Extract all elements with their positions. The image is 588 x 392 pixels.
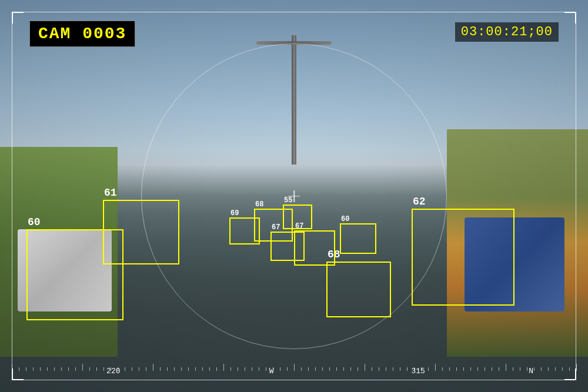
crosshair — [288, 190, 300, 202]
camera-view: CAM 0003 03:00:21;00 60 61 62 68 67 60 — [0, 0, 588, 392]
